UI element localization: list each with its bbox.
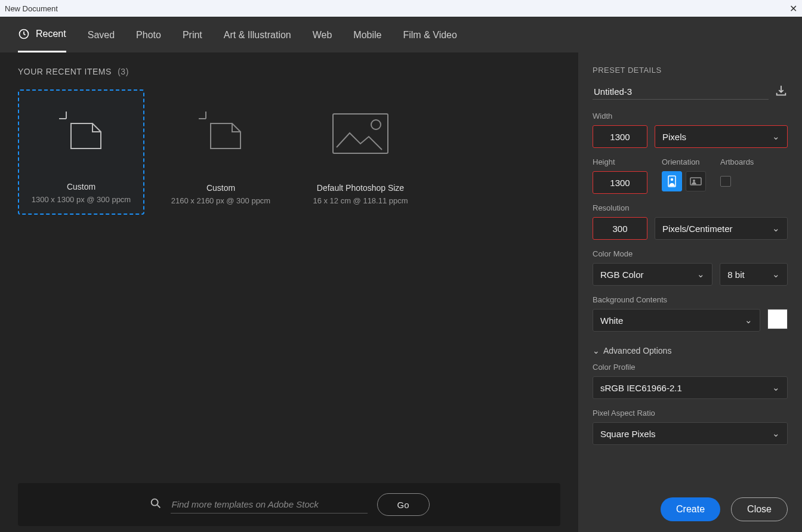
orientation-label: Orientation <box>662 157 706 166</box>
color-profile-select[interactable]: sRGB IEC61966-2.1 ⌄ <box>593 376 788 399</box>
tab-film[interactable]: Film & Video <box>403 17 456 52</box>
artboards-checkbox[interactable] <box>720 176 731 187</box>
category-tabs: Recent Saved Photo Print Art & Illustrat… <box>0 17 802 52</box>
artboards-label: Artboards <box>720 157 754 166</box>
resolution-unit-select[interactable]: Pixels/Centimeter ⌄ <box>655 217 788 240</box>
tab-label: Art & Illustration <box>224 30 291 41</box>
orientation-portrait-button[interactable] <box>662 171 682 191</box>
preset-card[interactable]: Custom 1300 x 1300 px @ 300 ppcm <box>18 89 144 215</box>
tab-label: Recent <box>36 29 66 39</box>
bitdepth-select[interactable]: 8 bit ⌄ <box>720 263 788 286</box>
presets-area: YOUR RECENT ITEMS (3) Custom 1300 x 1300… <box>0 52 578 532</box>
svg-point-3 <box>151 499 158 506</box>
colormode-label: Color Mode <box>593 249 788 258</box>
color-profile-label: Color Profile <box>593 363 788 372</box>
chevron-down-icon: ⌄ <box>772 269 780 280</box>
tab-mobile[interactable]: Mobile <box>353 17 381 52</box>
select-value: 8 bit <box>727 270 744 280</box>
go-button[interactable]: Go <box>377 493 430 516</box>
advanced-options-toggle[interactable]: ⌄ Advanced Options <box>593 346 788 355</box>
resolution-input[interactable]: 300 <box>593 217 647 240</box>
tab-web[interactable]: Web <box>313 17 332 52</box>
pixel-aspect-select[interactable]: Square Pixels ⌄ <box>593 422 788 445</box>
clock-icon <box>18 28 30 40</box>
tab-saved[interactable]: Saved <box>88 17 115 52</box>
tab-recent[interactable]: Recent <box>18 17 66 52</box>
preset-meta: 16 x 12 cm @ 118.11 ppcm <box>313 196 408 205</box>
select-value: White <box>600 316 623 326</box>
orientation-landscape-button[interactable] <box>686 171 706 191</box>
preset-name: Custom <box>67 182 95 191</box>
window-title: New Document <box>5 4 58 13</box>
image-icon <box>331 89 390 177</box>
preset-card[interactable]: Default Photoshop Size 16 x 12 cm @ 118.… <box>297 89 424 215</box>
pixel-aspect-label: Pixel Aspect Ratio <box>593 409 788 417</box>
width-input[interactable]: 1300 <box>593 125 647 148</box>
import-preset-icon[interactable] <box>775 84 788 100</box>
titlebar: New Document ✕ <box>0 0 802 17</box>
svg-point-2 <box>371 120 381 129</box>
select-value: Pixels/Centimeter <box>662 224 733 234</box>
chevron-down-icon: ⌄ <box>772 428 780 439</box>
document-name-input[interactable]: Untitled-3 <box>593 84 769 100</box>
chevron-down-icon: ⌄ <box>772 131 780 142</box>
custom-doc-icon <box>194 89 248 177</box>
create-button[interactable]: Create <box>661 497 720 521</box>
height-input[interactable]: 1300 <box>593 171 647 194</box>
stock-search-input[interactable] <box>171 496 368 514</box>
tab-label: Web <box>313 30 332 41</box>
select-value: Pixels <box>662 132 686 142</box>
tab-photo[interactable]: Photo <box>136 17 161 52</box>
recent-header-label: YOUR RECENT ITEMS <box>18 67 112 76</box>
close-icon[interactable]: ✕ <box>785 3 797 14</box>
tab-label: Print <box>183 30 202 41</box>
tab-art[interactable]: Art & Illustration <box>224 17 291 52</box>
stock-search-bar: Go <box>18 483 560 526</box>
preset-meta: 1300 x 1300 px @ 300 ppcm <box>32 195 131 204</box>
select-value: Square Pixels <box>600 429 656 439</box>
select-value: RGB Color <box>600 270 644 280</box>
chevron-down-icon: ⌄ <box>772 223 780 234</box>
background-color-swatch[interactable] <box>767 309 788 329</box>
width-unit-select[interactable]: Pixels ⌄ <box>655 125 788 148</box>
preset-name: Custom <box>206 183 235 193</box>
preset-meta: 2160 x 2160 px @ 300 ppcm <box>171 196 270 205</box>
tab-label: Photo <box>136 30 161 41</box>
background-label: Background Contents <box>593 295 788 304</box>
select-value: sRGB IEC61966-2.1 <box>600 383 682 393</box>
colormode-select[interactable]: RGB Color ⌄ <box>593 263 712 286</box>
recent-count: (3) <box>118 67 129 76</box>
svg-point-5 <box>671 178 673 181</box>
preset-details-panel: PRESET DETAILS Untitled-3 Width 1300 Pix… <box>578 52 802 532</box>
search-icon <box>149 497 162 512</box>
width-label: Width <box>593 112 788 120</box>
tab-print[interactable]: Print <box>183 17 202 52</box>
tab-label: Film & Video <box>403 30 456 41</box>
resolution-label: Resolution <box>593 203 788 212</box>
advanced-label: Advanced Options <box>603 346 671 355</box>
close-button[interactable]: Close <box>731 497 788 521</box>
height-label: Height <box>593 157 647 166</box>
preset-name: Default Photoshop Size <box>317 183 404 193</box>
tab-label: Mobile <box>353 30 381 41</box>
chevron-down-icon: ⌄ <box>697 269 705 280</box>
recent-header: YOUR RECENT ITEMS (3) <box>18 67 560 76</box>
tab-label: Saved <box>88 30 115 41</box>
chevron-down-icon: ⌄ <box>593 346 600 355</box>
preset-card[interactable]: Custom 2160 x 2160 px @ 300 ppcm <box>158 89 284 215</box>
svg-point-7 <box>693 180 695 182</box>
chevron-down-icon: ⌄ <box>772 382 780 393</box>
custom-doc-icon <box>54 91 108 176</box>
chevron-down-icon: ⌄ <box>745 315 752 326</box>
panel-title: PRESET DETAILS <box>593 66 788 75</box>
background-select[interactable]: White ⌄ <box>593 309 760 332</box>
